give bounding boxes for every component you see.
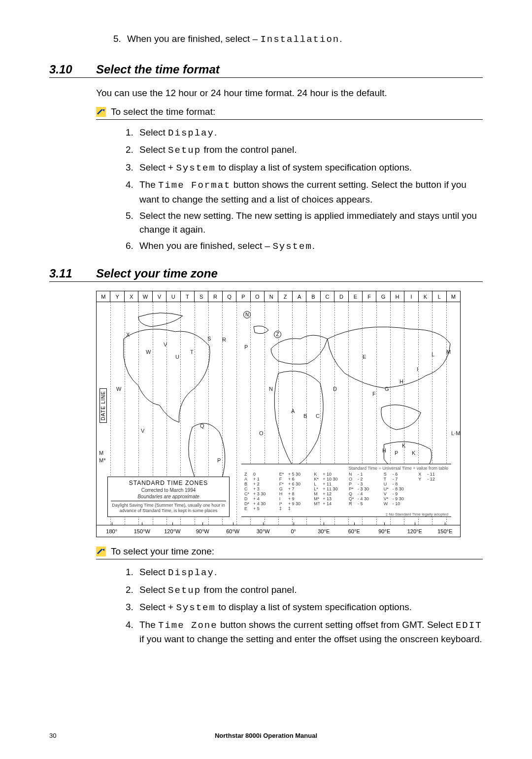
step-item: 3.Select + System to display a list of s… [126, 600, 483, 615]
longitude-label: 60°W [218, 525, 248, 537]
pencil-icon [96, 107, 106, 117]
zone-letter-cell: P [236, 291, 250, 302]
longitude-label: 150°E [430, 525, 461, 537]
tz-column: Z0A+ 1B+ 2C+ 3C*+ 3 30D+ 4D*+ 4 30E+ 5 [244, 472, 274, 511]
step-item: 2.Select Setup from the control panel. [126, 143, 483, 158]
step-item: 3.Select + System to display a list of s… [126, 161, 483, 175]
zone-letter-cell: O [251, 291, 265, 302]
longitude-label: 150°W [127, 525, 158, 537]
tz-table-note: ‡ No Standard Time legally adopted [244, 512, 448, 517]
zone-letter-cell: M [97, 291, 110, 302]
tz-column: N- 1O- 2P- 3P*- 3 30Q- 4Q*- 4 30R- 5 [349, 472, 379, 511]
zone-letter-header: MYXWVUTSRQPONZABCDEFGHIKLM [97, 291, 460, 302]
zone-letter-cell: B [306, 291, 320, 302]
zone-letter-cell: G [376, 291, 390, 302]
legend-line: Daylight Saving Time (Summer Time), usua… [111, 503, 226, 514]
zone-letter-cell: F [363, 291, 376, 302]
step-item: 4.The Time Zone button shows the current… [126, 618, 483, 646]
section-3-11-heading: 3.11 Select your time zone [49, 267, 483, 282]
step-number: 1. [126, 565, 139, 580]
section-title: Select your time zone [96, 267, 218, 280]
tz-column: S- 6T- 7U- 8U*- 8 30V- 9V*- 9 30W- 10 [384, 472, 414, 511]
page-footer: 30 Northstar 8000i Operation Manual [49, 732, 483, 739]
step-number: 3. [126, 600, 139, 615]
step-text: Select Display. [139, 126, 483, 140]
step-text: When you are finished, select – System. [139, 239, 483, 254]
section-3-11-body: To select your time zone: 1.Select Displ… [96, 546, 483, 646]
longitude-label: 180° [97, 525, 127, 537]
section-number: 3.10 [49, 63, 96, 76]
step-text: The Time Format button shows the current… [139, 178, 483, 206]
zone-letter-cell: W [138, 291, 152, 302]
step-list-311: 1.Select Display.2.Select Setup from the… [126, 565, 483, 646]
step-item: 4.The Time Format button shows the curre… [126, 178, 483, 206]
section-3-10-body: You can use the 12 hour or 24 hour time … [96, 87, 483, 254]
step-list-310: 1.Select Display.2.Select Setup from the… [126, 126, 483, 254]
tz-column: X- 11Y- 12 [418, 472, 448, 511]
section-3-10-heading: 3.10 Select the time format [49, 63, 483, 78]
longitude-axis: 180°150°W120°W90°W60°W30°W0°30°E60°E90°E… [97, 525, 460, 537]
step-number: 5. [113, 34, 127, 45]
zone-letter-cell: E [349, 291, 363, 302]
step-text: Select the new setting. The new setting … [139, 209, 483, 236]
zone-letter-cell: V [153, 291, 166, 302]
step-item: 5.Select the new setting. The new settin… [126, 209, 483, 236]
timezone-figure-wrap: MYXWVUTSRQPONZABCDEFGHIKLM [96, 291, 483, 537]
zone-letter-cell: C [321, 291, 334, 302]
longitude-label: 60°E [339, 525, 369, 537]
zone-letter-cell: D [334, 291, 348, 302]
section-title: Select the time format [96, 63, 220, 76]
step-item: 1.Select Display. [126, 126, 483, 140]
longitude-label: 0° [278, 525, 309, 537]
step-number: 4. [126, 178, 139, 206]
step-text: Select Setup from the control panel. [139, 143, 483, 158]
legend-box: STANDARD TIME ZONES Corrected to March 1… [107, 477, 230, 517]
procedure-heading: To select the time format: [96, 106, 483, 120]
section-number: 3.11 [49, 267, 96, 280]
zone-letter-cell: Z [278, 291, 292, 302]
step-number: 2. [126, 143, 139, 158]
legend-line: Boundaries are approximate [111, 494, 226, 499]
procedure-title: To select your time zone: [111, 546, 214, 557]
zone-letter-cell: R [208, 291, 222, 302]
step-text: Select Setup from the control panel. [139, 583, 483, 598]
step-number: 5. [126, 209, 139, 236]
step-item: 1.Select Display. [126, 565, 483, 580]
zone-letter-cell: I [404, 291, 418, 302]
step-text: Select + System to display a list of sys… [139, 161, 483, 175]
page: 5. When you are finished, select – Insta… [0, 0, 532, 759]
zone-letter-cell: S [195, 291, 208, 302]
step-text: Select Display. [139, 565, 483, 580]
zone-letter-cell: Q [223, 291, 236, 302]
tz-offset-table: Standard Time = Universal Time + value f… [241, 464, 451, 517]
legend-title: STANDARD TIME ZONES [111, 480, 226, 486]
section-intro: You can use the 12 hour or 24 hour time … [96, 87, 483, 100]
step-text: Select + System to display a list of sys… [139, 600, 483, 615]
zone-letter-cell: M [447, 291, 460, 302]
step-number: 6. [126, 239, 139, 254]
step-number: 1. [126, 126, 139, 140]
step-number: 2. [126, 583, 139, 598]
zone-letter-cell: Y [110, 291, 124, 302]
step-text: When you are finished, select – Installa… [127, 34, 342, 45]
step-number: 4. [126, 618, 139, 646]
zone-letter-cell: U [166, 291, 180, 302]
procedure-heading: To select your time zone: [96, 546, 483, 559]
zone-letter-cell: K [419, 291, 432, 302]
longitude-label: 120°W [157, 525, 188, 537]
tz-column: K+ 10K*+ 10 30L+ 11L*+ 11 30M+ 12M*+ 13M… [314, 472, 344, 511]
step-item: 2.Select Setup from the control panel. [126, 583, 483, 598]
footer-title: Northstar 8000i Operation Manual [79, 732, 453, 739]
tz-table-head: Standard Time = Universal Time + value f… [244, 466, 448, 471]
longitude-label: 30°W [248, 525, 279, 537]
longitude-label: 90°W [188, 525, 218, 537]
longitude-label: 120°E [399, 525, 430, 537]
tz-column: E*+ 5 30F+ 6F*+ 6 30G+ 7H+ 8I+ 9I*+ 9 30… [279, 472, 309, 511]
zone-letter-cell: N [265, 291, 278, 302]
longitude-label: 90°E [369, 525, 400, 537]
timezone-map-figure: MYXWVUTSRQPONZABCDEFGHIKLM [96, 291, 461, 537]
zone-letter-cell: L [432, 291, 446, 302]
page-number: 30 [49, 732, 79, 739]
step-item: 6.When you are finished, select – System… [126, 239, 483, 254]
prev-section-step-5: 5. When you are finished, select – Insta… [113, 34, 483, 45]
